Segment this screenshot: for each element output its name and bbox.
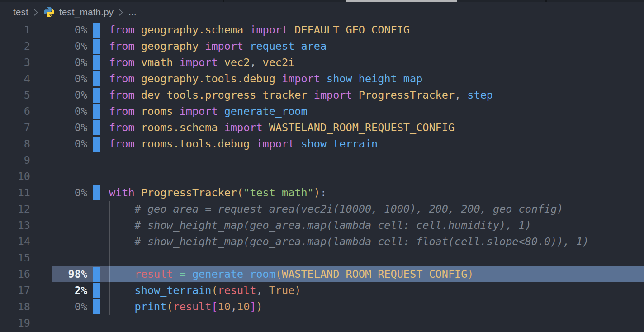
- code-text[interactable]: [109, 168, 644, 185]
- line-number[interactable]: 9: [0, 152, 30, 168]
- code-line: 9: [0, 152, 644, 168]
- code-line: 14 # show_height_map(geo_area.map(lambda…: [0, 233, 644, 250]
- code-token: dev_tools.progress_tracker: [141, 89, 314, 101]
- code-token: WASTELAND_ROOM_REQUEST_CONFIG: [282, 268, 467, 280]
- coverage-percent: 98%: [30, 266, 87, 282]
- code-line: 40%from geography.tools.debug import sho…: [0, 71, 644, 87]
- gutter-marker-slot: [93, 299, 100, 315]
- gutter-marker-slot: [93, 217, 100, 233]
- code-text[interactable]: [109, 250, 644, 266]
- code-token: [109, 300, 135, 313]
- code-token: import: [180, 105, 224, 118]
- line-number[interactable]: 13: [0, 217, 30, 233]
- coverage-marker: [93, 55, 100, 70]
- code-token: import: [205, 40, 250, 52]
- code-token: print: [135, 300, 167, 313]
- line-number[interactable]: 7: [0, 119, 30, 136]
- code-token: (: [211, 284, 218, 297]
- code-text[interactable]: # geo_area = request_area(vec2i(10000, 1…: [109, 201, 644, 217]
- line-number[interactable]: 5: [0, 87, 30, 103]
- code-token: vec2i: [263, 56, 295, 69]
- line-number[interactable]: 19: [0, 315, 30, 331]
- code-text[interactable]: result = generate_room(WASTELAND_ROOM_RE…: [109, 266, 644, 282]
- coverage-percent: 2%: [30, 282, 87, 299]
- code-text[interactable]: from rooms import generate_room: [109, 103, 644, 119]
- code-text[interactable]: [109, 152, 644, 168]
- line-number[interactable]: 12: [0, 201, 30, 217]
- code-text[interactable]: from rooms.tools.debug import show_terra…: [109, 136, 644, 152]
- code-token: from: [109, 105, 141, 118]
- code-token: ProgressTracker: [359, 89, 455, 101]
- coverage-marker: [93, 120, 100, 135]
- code-text[interactable]: from geography.tools.debug import show_h…: [109, 71, 644, 87]
- code-text[interactable]: from geography.schema import DEFAULT_GEO…: [109, 22, 644, 38]
- line-number[interactable]: 2: [0, 38, 30, 54]
- line-number[interactable]: 11: [0, 185, 30, 201]
- code-text[interactable]: # show_height_map(geo_area.map(lambda ce…: [109, 233, 644, 250]
- chevron-right-icon: [118, 8, 124, 17]
- code-token: from: [109, 121, 141, 134]
- code-text[interactable]: from geography import request_area: [109, 38, 644, 54]
- code-token: from: [109, 56, 141, 69]
- code-text[interactable]: from vmath import vec2, vec2i: [109, 54, 644, 71]
- code-line: 1698% result = generate_room(WASTELAND_R…: [0, 266, 644, 282]
- gutter-marker-slot: [93, 266, 100, 282]
- code-token: geography.tools.debug: [141, 72, 282, 85]
- code-line: 60%from rooms import generate_room: [0, 103, 644, 119]
- line-number[interactable]: 15: [0, 250, 30, 266]
- coverage-percent: 0%: [30, 299, 87, 315]
- code-token: ): [256, 300, 262, 313]
- code-text[interactable]: show_terrain(result, True): [109, 282, 644, 299]
- code-line: 10: [0, 168, 644, 185]
- line-number[interactable]: 14: [0, 233, 30, 250]
- gutter-marker-slot: [93, 185, 100, 201]
- code-token: # show_height_map(geo_area.map(lambda ce…: [109, 219, 531, 232]
- gutter-marker-slot: [93, 119, 100, 136]
- coverage-percent: 0%: [30, 103, 87, 119]
- coverage-percent: 0%: [30, 136, 87, 152]
- code-text[interactable]: print(result[10,10]): [109, 299, 644, 315]
- code-line: 30%from vmath import vec2, vec2i: [0, 54, 644, 71]
- breadcrumb-folder[interactable]: test: [13, 7, 28, 18]
- line-number[interactable]: 4: [0, 71, 30, 87]
- code-line: 180% print(result[10,10]): [0, 299, 644, 315]
- line-number[interactable]: 1: [0, 22, 30, 38]
- line-number[interactable]: 17: [0, 282, 30, 299]
- code-text[interactable]: [109, 315, 644, 331]
- code-token: generate_room: [192, 268, 275, 280]
- line-number[interactable]: 16: [0, 266, 30, 282]
- code-text[interactable]: # show_height_map(geo_area.map(lambda ce…: [109, 217, 644, 233]
- code-line: 80%from rooms.tools.debug import show_te…: [0, 136, 644, 152]
- coverage-marker: [93, 299, 100, 314]
- line-number[interactable]: 18: [0, 299, 30, 315]
- coverage-percent: 0%: [30, 22, 87, 38]
- coverage-marker: [93, 185, 100, 200]
- coverage-percent: [30, 233, 87, 250]
- breadcrumb-symbol[interactable]: ...: [128, 7, 137, 18]
- line-number[interactable]: 6: [0, 103, 30, 119]
- code-token: vec2: [224, 56, 250, 69]
- code-token: ,: [250, 56, 262, 69]
- code-text[interactable]: with ProgressTracker("test_math"):: [109, 185, 644, 201]
- line-number[interactable]: 10: [0, 168, 30, 185]
- line-number[interactable]: 8: [0, 136, 30, 152]
- gutter-marker-slot: [93, 54, 100, 71]
- code-token: ,: [231, 300, 237, 313]
- code-token: from: [109, 24, 141, 36]
- line-number[interactable]: 3: [0, 54, 30, 71]
- code-line: 110%with ProgressTracker("test_math"):: [0, 185, 644, 201]
- code-text[interactable]: from rooms.schema import WASTELAND_ROOM_…: [109, 119, 644, 136]
- gutter-marker-slot: [93, 233, 100, 250]
- coverage-percent: [30, 217, 87, 233]
- gutter-marker-slot: [93, 168, 100, 185]
- coverage-percent: [30, 315, 87, 331]
- breadcrumb-file[interactable]: test_math.py: [59, 7, 114, 18]
- coverage-marker: [93, 23, 100, 38]
- code-text[interactable]: from dev_tools.progress_tracker import P…: [109, 87, 644, 103]
- gutter-marker-slot: [93, 38, 100, 54]
- code-token: show_terrain: [135, 284, 212, 297]
- code-token: from: [109, 40, 141, 52]
- code-token: ): [314, 186, 320, 199]
- gutter-marker-slot: [93, 250, 100, 266]
- coverage-percent: 0%: [30, 87, 87, 103]
